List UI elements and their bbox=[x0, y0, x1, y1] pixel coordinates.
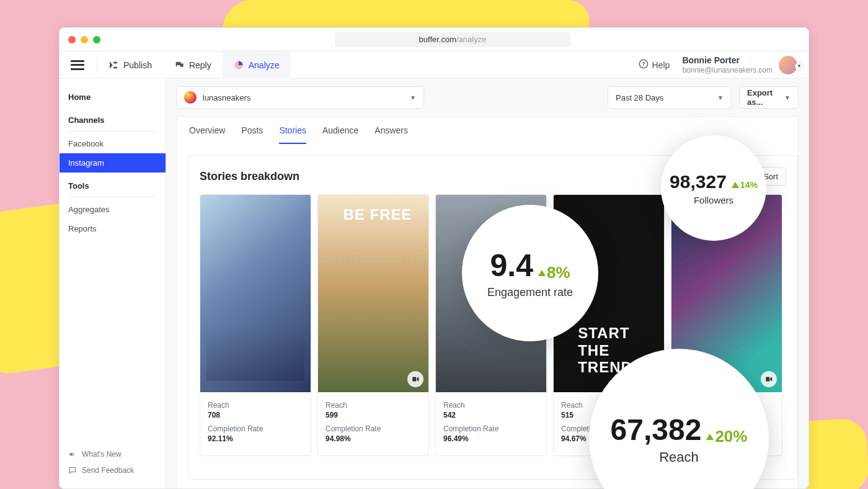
completion-rate-value: 92.11% bbox=[208, 434, 303, 443]
chevron-down-icon: ▼ bbox=[717, 94, 724, 101]
user-menu[interactable]: Bonnie Porter bonnie@lunasneakers.com ▼ bbox=[682, 55, 797, 76]
nav-analyze[interactable]: Analyze bbox=[223, 52, 291, 79]
export-button[interactable]: Export as... ▼ bbox=[739, 86, 799, 109]
nav-publish[interactable]: Publish bbox=[97, 52, 163, 79]
sidebar-tool-aggregates[interactable]: Aggregates bbox=[60, 200, 166, 219]
reach-delta: 20% bbox=[715, 427, 747, 446]
buffer-logo-icon[interactable] bbox=[71, 58, 84, 72]
up-arrow-icon bbox=[538, 270, 546, 276]
reach-label: Reach bbox=[659, 449, 699, 465]
up-arrow-icon bbox=[732, 182, 739, 188]
url-path: /analyze bbox=[456, 35, 486, 44]
followers-label: Followers bbox=[694, 195, 733, 205]
chevron-down-icon: ▼ bbox=[410, 94, 416, 101]
url-bar[interactable]: buffer.com/analyze bbox=[335, 32, 570, 47]
url-host: buffer.com bbox=[419, 35, 456, 44]
tab-posts[interactable]: Posts bbox=[241, 125, 263, 144]
avatar[interactable]: ▼ bbox=[779, 56, 797, 74]
reach-value: 599 bbox=[326, 411, 421, 419]
tab-stories[interactable]: Stories bbox=[279, 125, 306, 144]
svg-rect-0 bbox=[113, 61, 117, 63]
nav-reply[interactable]: Reply bbox=[163, 52, 223, 79]
completion-rate-value: 94.98% bbox=[326, 434, 421, 443]
sidebar-channels-head: Channels bbox=[60, 107, 166, 128]
tab-overview[interactable]: Overview bbox=[189, 125, 225, 144]
sidebar-feedback-label: Send Feedback bbox=[82, 466, 134, 475]
completion-rate-label: Completion Rate bbox=[443, 424, 539, 433]
export-label: Export as... bbox=[747, 88, 778, 107]
story-card[interactable]: Reach 708 Completion Rate 92.11% bbox=[200, 194, 311, 456]
nav-analyze-label: Analyze bbox=[249, 60, 280, 70]
completion-rate-label: Completion Rate bbox=[208, 424, 303, 433]
chevron-down-icon: ▼ bbox=[784, 94, 790, 101]
story-card[interactable]: BE FREE Reach 599 Completion Rate 94.98% bbox=[317, 194, 429, 456]
analyze-icon bbox=[234, 60, 244, 70]
publish-icon bbox=[108, 60, 118, 70]
followers-value: 98,327 bbox=[670, 171, 727, 192]
reply-icon bbox=[174, 60, 184, 70]
sidebar: Home Channels Facebook Instagram Tools A… bbox=[60, 79, 166, 488]
svg-rect-2 bbox=[180, 63, 183, 66]
user-email: bonnie@lunasneakers.com bbox=[682, 66, 773, 76]
help-icon: ? bbox=[639, 59, 649, 71]
sidebar-channel-instagram[interactable]: Instagram bbox=[60, 153, 166, 173]
help-button[interactable]: ? Help bbox=[639, 59, 670, 71]
user-name: Bonnie Porter bbox=[682, 55, 773, 66]
tab-answers[interactable]: Answers bbox=[374, 125, 408, 144]
sidebar-send-feedback[interactable]: Send Feedback bbox=[60, 462, 166, 478]
reach-label: Reach bbox=[208, 401, 303, 410]
nav-publish-label: Publish bbox=[123, 60, 152, 70]
tab-audience[interactable]: Audience bbox=[322, 125, 358, 144]
reach-label: Reach bbox=[443, 401, 539, 410]
megaphone-icon bbox=[68, 450, 77, 459]
video-icon bbox=[761, 371, 777, 387]
reach-value: 708 bbox=[208, 411, 303, 419]
instagram-icon bbox=[184, 91, 197, 104]
video-icon bbox=[407, 371, 423, 387]
account-name: lunasneakers bbox=[203, 93, 250, 102]
sidebar-home[interactable]: Home bbox=[60, 87, 166, 107]
story-overlay-text: BE FREE bbox=[343, 206, 412, 223]
completion-rate-label: Completion Rate bbox=[326, 424, 421, 433]
sidebar-tool-reports[interactable]: Reports bbox=[60, 219, 166, 238]
engagement-delta: 8% bbox=[547, 263, 570, 282]
completion-rate-value: 96.49% bbox=[443, 434, 539, 443]
chevron-down-icon: ▼ bbox=[795, 62, 804, 71]
top-nav: Publish Reply Analyze ? Help Bonnie Port… bbox=[60, 52, 808, 79]
sidebar-tools-head: Tools bbox=[60, 173, 166, 194]
engagement-label: Engagement rate bbox=[487, 286, 573, 299]
sidebar-whats-new[interactable]: What's New bbox=[60, 446, 166, 462]
window-zoom-button[interactable] bbox=[93, 36, 100, 43]
up-arrow-icon bbox=[706, 434, 714, 440]
sidebar-channel-facebook[interactable]: Facebook bbox=[60, 134, 166, 153]
date-range-label: Past 28 Days bbox=[616, 93, 663, 102]
reach-label: Reach bbox=[326, 401, 421, 410]
nav-reply-label: Reply bbox=[189, 60, 211, 70]
metric-engagement: 9.4 8% Engagement rate bbox=[462, 205, 598, 341]
story-thumbnail: BE FREE bbox=[318, 195, 428, 392]
date-range-selector[interactable]: Past 28 Days ▼ bbox=[608, 86, 732, 109]
window-minimize-button[interactable] bbox=[81, 36, 88, 43]
svg-text:?: ? bbox=[642, 61, 645, 67]
followers-delta: 14% bbox=[740, 180, 758, 190]
titlebar: buffer.com/analyze bbox=[60, 28, 808, 52]
panel-title: Stories breakdown bbox=[200, 170, 299, 183]
sidebar-whats-new-label: What's New bbox=[82, 450, 122, 459]
reach-value: 542 bbox=[443, 411, 539, 419]
help-label: Help bbox=[652, 60, 670, 70]
chat-icon bbox=[68, 466, 77, 475]
window-close-button[interactable] bbox=[68, 36, 76, 43]
reach-value: 67,382 bbox=[611, 413, 702, 447]
story-thumbnail bbox=[200, 195, 311, 392]
metric-followers: 98,327 14% Followers bbox=[661, 135, 766, 241]
account-selector[interactable]: lunasneakers ▼ bbox=[176, 86, 424, 109]
svg-rect-1 bbox=[113, 66, 117, 68]
engagement-value: 9.4 bbox=[490, 248, 533, 284]
